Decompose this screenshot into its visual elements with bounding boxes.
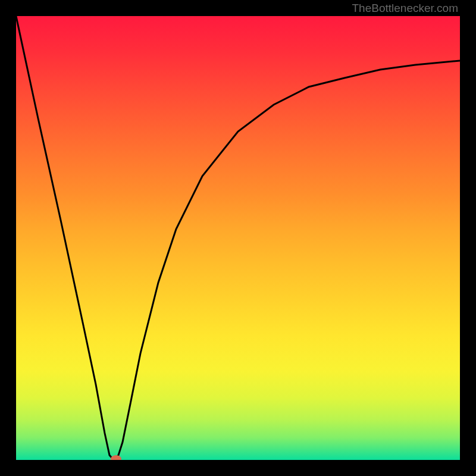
attribution-text: TheBottlenecker.com xyxy=(352,2,458,15)
chart-border-right xyxy=(460,0,476,476)
chart-border-left xyxy=(0,0,16,476)
optimal-point-marker xyxy=(111,455,121,460)
curve-plot xyxy=(16,16,460,460)
chart-container: TheBottlenecker.com xyxy=(0,0,476,476)
chart-border-bottom xyxy=(0,460,476,476)
bottleneck-curve-line xyxy=(16,16,460,460)
